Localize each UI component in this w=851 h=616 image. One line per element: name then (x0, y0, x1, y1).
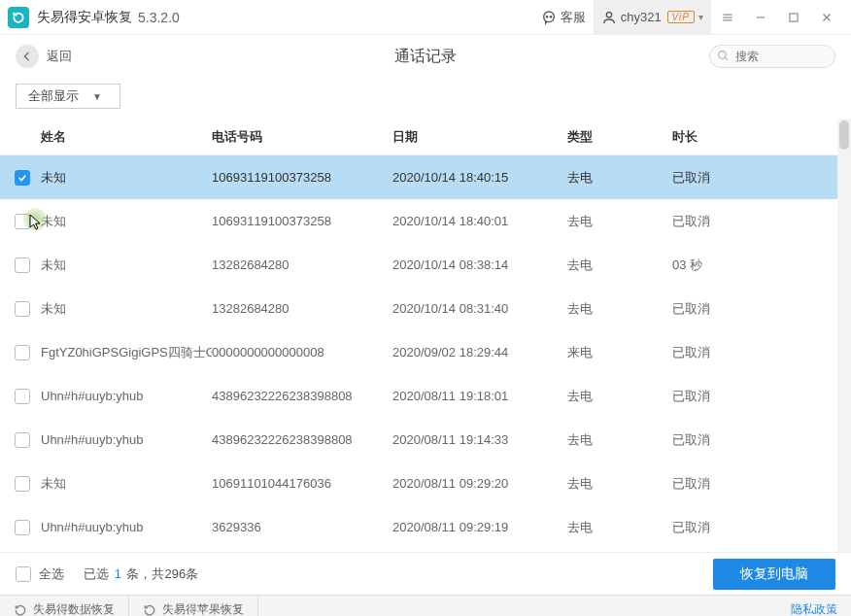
bottom-tab-data-recovery[interactable]: 失易得数据恢复 (0, 596, 129, 616)
cell-name: FgtYZ0hiGPSGigiGPS四骑士Gigi (37, 344, 212, 361)
table-row[interactable]: 未知132826842802020/10/14 08:38:14去电03 秒 (0, 243, 851, 287)
filter-dropdown[interactable]: 全部显示 ▼ (16, 84, 120, 109)
cell-type: 去电 (567, 475, 672, 493)
table-row[interactable]: Uhn#h#uuyb:yhub36293362020/08/11 09:29:1… (0, 505, 851, 549)
cell-date: 2020/10/14 08:31:40 (392, 301, 567, 316)
filter-label: 全部显示 (28, 87, 79, 105)
table-row[interactable]: 未知106931191003732582020/10/14 18:40:15去电… (0, 155, 851, 199)
svg-line-12 (725, 57, 728, 60)
titlebar: 失易得安卓恢复 5.3.2.0 客服 chy321 ViP ▾ (0, 0, 851, 35)
table-row[interactable]: Uhn#h#uuyb:yhub438962322262383988082020/… (0, 418, 851, 462)
cell-type: 去电 (567, 388, 672, 405)
svg-rect-8 (790, 13, 798, 20)
cell-type: 去电 (567, 431, 672, 449)
cell-date: 2020/08/11 19:14:33 (392, 432, 567, 447)
cell-date: 2020/10/14 18:40:15 (392, 170, 567, 185)
user-account-button[interactable]: chy321 ViP ▾ (594, 0, 711, 35)
back-arrow-icon (16, 45, 39, 68)
menu-button[interactable] (711, 0, 744, 35)
scrollbar-thumb[interactable] (839, 120, 849, 150)
table: 姓名 电话号码 日期 类型 时长 未知106931191003732582020… (0, 119, 851, 552)
minimize-button[interactable] (744, 0, 777, 35)
cell-name: 未知 (37, 475, 212, 493)
vip-badge: ViP (667, 11, 695, 23)
bottom-tab-apple-recovery[interactable]: 失易得苹果恢复 (129, 596, 258, 616)
cell-phone: 10693119100373258 (212, 214, 392, 228)
triangle-down-icon: ▼ (92, 91, 102, 102)
app-title: 失易得安卓恢复 (37, 9, 132, 26)
col-header-date: 日期 (392, 128, 567, 146)
cell-name: 未知 (37, 213, 212, 230)
cell-date: 2020/09/02 18:29:44 (392, 345, 567, 359)
bottom-bar: 失易得数据恢复 失易得苹果恢复 隐私政策 (0, 595, 851, 616)
cell-phone: 3629336 (212, 520, 392, 534)
row-checkbox[interactable] (15, 214, 30, 229)
cell-phone: 10691101044176036 (212, 476, 392, 491)
table-row[interactable]: FgtYZ0hiGPSGigiGPS四骑士Gigi000000000000000… (0, 330, 851, 374)
cell-duration: 已取消 (672, 344, 789, 361)
svg-point-3 (606, 12, 611, 17)
svg-point-1 (546, 16, 547, 17)
table-row[interactable]: 未知106931191003732582020/10/14 18:40:01去电… (0, 199, 851, 243)
cell-name: Uhn#h#uuyb:yhub (37, 389, 212, 403)
cell-type: 去电 (567, 257, 672, 274)
cell-type: 去电 (567, 213, 672, 230)
row-checkbox[interactable] (15, 257, 30, 273)
selection-bar: 全选 已选 1 条，共296条 恢复到电脑 (0, 552, 851, 595)
checkbox-icon (16, 566, 31, 582)
table-header: 姓名 电话号码 日期 类型 时长 (0, 119, 851, 155)
row-checkbox[interactable] (15, 345, 30, 360)
refresh-icon (14, 603, 27, 617)
cell-duration: 已取消 (672, 300, 789, 318)
user-icon (601, 10, 617, 25)
maximize-button[interactable] (777, 0, 810, 35)
cell-duration: 已取消 (672, 519, 789, 536)
filter-row: 全部显示 ▼ (0, 78, 851, 119)
scrollbar[interactable] (837, 119, 851, 552)
select-all-label: 全选 (39, 565, 64, 583)
back-button[interactable]: 返回 (16, 45, 72, 68)
table-body: 未知106931191003732582020/10/14 18:40:15去电… (0, 155, 851, 552)
refresh-icon (143, 603, 156, 617)
cell-name: Uhn#h#uuyb:yhub (37, 432, 212, 447)
col-header-name: 姓名 (37, 128, 212, 146)
cell-duration: 已取消 (672, 431, 789, 449)
select-all-checkbox[interactable]: 全选 (16, 565, 64, 583)
cell-date: 2020/08/11 19:18:01 (392, 389, 567, 403)
row-checkbox[interactable] (15, 520, 30, 535)
search-wrap (709, 45, 835, 68)
row-checkbox[interactable] (15, 432, 30, 448)
recover-button[interactable]: 恢复到电脑 (713, 559, 835, 590)
page-title: 通话记录 (394, 47, 457, 67)
table-row[interactable]: Uhn#h#uuyb:yhub438962322262383988082020/… (0, 374, 851, 418)
privacy-link[interactable]: 隐私政策 (777, 601, 851, 616)
cell-type: 去电 (567, 169, 672, 187)
cell-duration: 已取消 (672, 169, 789, 187)
cell-date: 2020/08/11 09:29:19 (392, 520, 567, 534)
row-checkbox[interactable] (15, 476, 30, 492)
cell-name: 未知 (37, 300, 212, 318)
cell-phone: 13282684280 (212, 257, 392, 272)
customer-service-label: 客服 (561, 9, 586, 26)
selection-info: 已选 1 条，共296条 (84, 565, 198, 583)
cell-duration: 已取消 (672, 388, 789, 405)
cell-type: 来电 (567, 344, 672, 361)
header-row: 返回 通话记录 (0, 35, 851, 78)
cell-phone: 43896232226238398808 (212, 389, 392, 403)
cell-date: 2020/10/14 18:40:01 (392, 214, 567, 228)
table-row[interactable]: 未知106911010441760362020/08/11 09:29:20去电… (0, 462, 851, 505)
customer-service-button[interactable]: 客服 (533, 0, 594, 35)
cell-phone: 0000000000000008 (212, 345, 392, 359)
row-checkbox[interactable] (15, 389, 30, 404)
row-checkbox[interactable] (15, 170, 30, 186)
cell-phone: 43896232226238398808 (212, 432, 392, 447)
cell-date: 2020/10/14 08:38:14 (392, 257, 567, 272)
close-button[interactable] (810, 0, 843, 35)
app-logo-icon (8, 7, 29, 28)
table-row[interactable]: 未知132826842802020/10/14 08:31:40去电已取消 (0, 287, 851, 330)
cell-duration: 已取消 (672, 475, 789, 493)
cell-duration: 已取消 (672, 213, 789, 230)
row-checkbox[interactable] (15, 301, 30, 317)
app-version: 5.3.2.0 (138, 10, 180, 25)
cell-name: Uhn#h#uuyb:yhub (37, 520, 212, 534)
